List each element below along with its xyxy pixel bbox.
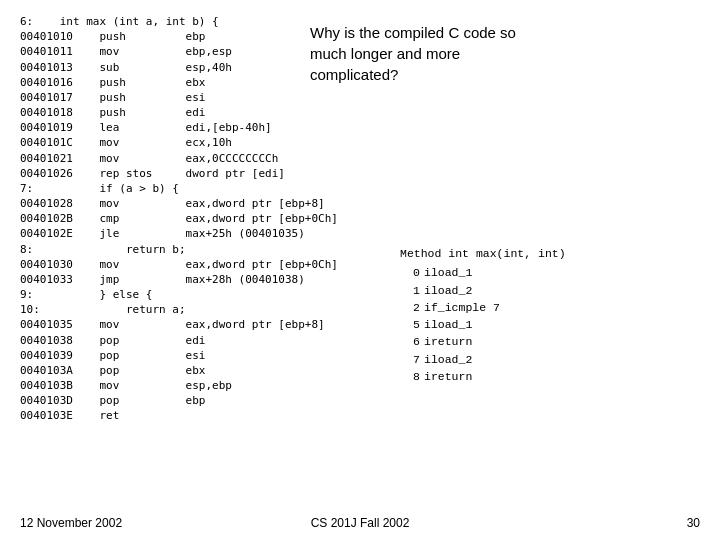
footer-left: 12 November 2002 <box>20 516 122 530</box>
assembly-code: 6: int max (int a, int b) { 00401010 pus… <box>20 14 360 424</box>
java-line-6: 6 ireturn <box>400 333 566 350</box>
footer-right: 30 <box>687 516 700 530</box>
annotation-text: Why is the compiled C code so much longe… <box>310 24 516 83</box>
annotation-box: Why is the compiled C code so much longe… <box>310 22 530 85</box>
java-line-7: 7 iload_2 <box>400 351 566 368</box>
java-title: Method int max(int, int) <box>400 245 566 262</box>
java-line-8: 8 ireturn <box>400 368 566 385</box>
java-line-2: 2 if_icmple 7 <box>400 299 566 316</box>
slide: 6: int max (int a, int b) { 00401010 pus… <box>0 0 720 540</box>
java-line-5: 5 iload_1 <box>400 316 566 333</box>
java-bytecode-box: Method int max(int, int) 0 iload_1 1 ilo… <box>400 245 566 385</box>
java-line-1: 1 iload_2 <box>400 282 566 299</box>
footer-center: CS 201J Fall 2002 <box>311 516 410 530</box>
java-line-0: 0 iload_1 <box>400 264 566 281</box>
